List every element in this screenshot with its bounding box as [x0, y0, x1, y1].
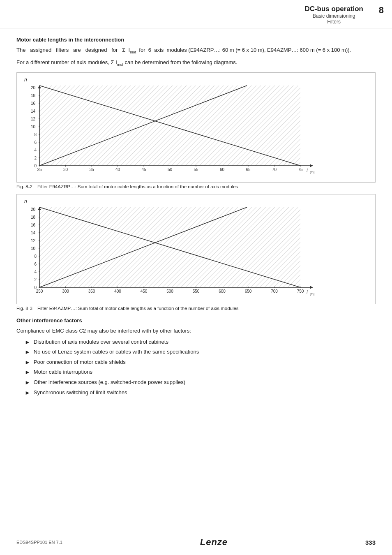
list-item: ► Poor connection of motor cable shields	[25, 358, 376, 367]
svg-text:[m]: [m]	[310, 292, 314, 296]
footer-logo: Lenze	[200, 537, 228, 548]
svg-text:16: 16	[31, 101, 36, 106]
svg-text:35: 35	[89, 167, 94, 172]
chart2-svg: 0 2 4 6 8 10 12 14 16 18 20 250 300	[21, 205, 362, 300]
svg-text:50: 50	[168, 167, 173, 172]
svg-text:18: 18	[31, 93, 36, 98]
svg-text:55: 55	[194, 167, 198, 172]
footer-page-number: 333	[365, 539, 376, 546]
bullet-arrow-icon: ►	[25, 348, 30, 356]
chart1-fig-caption: Filter E94AZRP…: Sum total of motor cabl…	[37, 184, 238, 189]
section2-title: Other interference factors	[16, 317, 376, 324]
svg-text:14: 14	[31, 231, 36, 235]
svg-text:4: 4	[34, 148, 37, 153]
svg-text:40: 40	[115, 167, 120, 172]
bullet-arrow-icon: ►	[25, 338, 30, 347]
header-sub1: Basic dimensioning	[304, 13, 363, 19]
section2-intro: Compliance of EMC class C2 may also be i…	[16, 327, 376, 335]
chart2-caption: Fig. 8-3 Filter E94AZMP…: Sum total of m…	[16, 306, 376, 311]
page-footer: EDS94SPP101 EN 7.1 Lenze 333	[0, 537, 392, 548]
svg-text:500: 500	[166, 289, 173, 294]
chart1-n-label: n	[24, 77, 371, 83]
page-header: DC-bus operation Basic dimensioning Filt…	[0, 0, 392, 28]
bullet-arrow-icon: ►	[25, 389, 30, 397]
header-main-title: DC-bus operation	[304, 5, 363, 13]
svg-text:700: 700	[271, 289, 278, 294]
svg-text:14: 14	[31, 109, 36, 113]
section1-para1: The assigned filters are designed for Σ …	[16, 46, 376, 55]
svg-text:12: 12	[31, 117, 36, 121]
section1-para2: For a different number of axis modules, …	[16, 58, 376, 67]
header-sub2: Filters	[304, 19, 363, 25]
svg-text:I: I	[307, 168, 308, 173]
list-item: ► No use of Lenze system cables or cable…	[25, 348, 376, 356]
header-page-number: 8	[371, 5, 384, 16]
svg-text:25: 25	[37, 167, 42, 172]
svg-text:300: 300	[62, 289, 69, 294]
svg-text:550: 550	[193, 289, 200, 294]
svg-text:75: 75	[298, 167, 303, 172]
list-item-text: Distribution of axis modules over severa…	[34, 338, 168, 346]
svg-text:6: 6	[34, 140, 37, 145]
svg-text:70: 70	[272, 167, 277, 172]
svg-text:20: 20	[31, 207, 36, 212]
svg-text:I: I	[307, 290, 308, 294]
svg-text:18: 18	[31, 215, 36, 220]
chart2-fig-num: Fig. 8-3	[16, 306, 32, 311]
list-item-text: Motor cable interruptions	[34, 368, 92, 376]
svg-text:45: 45	[141, 167, 146, 172]
list-item: ► Distribution of axis modules over seve…	[25, 338, 376, 347]
chart1-caption: Fig. 8-2 Filter E94AZRP…: Sum total of m…	[16, 184, 376, 189]
list-item-text: Other interference sources (e.g. switche…	[34, 379, 185, 386]
svg-text:16: 16	[31, 223, 36, 227]
list-item: ► Other interference sources (e.g. switc…	[25, 379, 376, 387]
header-right-block: DC-bus operation Basic dimensioning Filt…	[304, 5, 384, 25]
bullet-arrow-icon: ►	[25, 358, 30, 367]
svg-text:2: 2	[34, 156, 37, 160]
svg-text:350: 350	[88, 289, 95, 294]
svg-marker-61	[310, 286, 313, 289]
svg-text:450: 450	[141, 289, 148, 294]
main-content: Motor cable lengths in the interconnecti…	[0, 32, 392, 407]
svg-text:400: 400	[114, 289, 121, 294]
list-item-text: No use of Lenze system cables or cables …	[34, 348, 199, 356]
svg-text:10: 10	[31, 246, 36, 251]
svg-text:65: 65	[246, 167, 251, 172]
chart1-fig-num: Fig. 8-2	[16, 184, 32, 189]
list-item: ► Motor cable interruptions	[25, 368, 376, 377]
list-item: ► Synchronous switching of limit switche…	[25, 389, 376, 397]
svg-text:8: 8	[34, 132, 37, 137]
svg-text:600: 600	[219, 289, 226, 294]
svg-text:20: 20	[31, 86, 36, 90]
chart2-n-label: n	[24, 199, 371, 204]
svg-text:[m]: [m]	[310, 170, 314, 174]
svg-text:6: 6	[34, 262, 37, 266]
svg-marker-6	[310, 164, 313, 167]
bullet-list: ► Distribution of axis modules over seve…	[25, 338, 376, 397]
chart2-fig-caption: Filter E94AZMP…: Sum total of motor cabl…	[37, 306, 239, 311]
chart1-box: n	[16, 72, 376, 183]
svg-text:750: 750	[297, 289, 304, 294]
list-item-text: Poor connection of motor cable shields	[34, 358, 126, 366]
svg-text:2: 2	[34, 278, 37, 282]
svg-text:4: 4	[34, 270, 37, 274]
header-title-block: DC-bus operation Basic dimensioning Filt…	[304, 5, 363, 25]
svg-text:650: 650	[245, 289, 252, 294]
svg-text:250: 250	[36, 289, 43, 294]
chart2-box: n 0 2 4 6 8	[16, 194, 376, 304]
bullet-arrow-icon: ►	[25, 379, 30, 387]
chart1-svg: 0 2 4 6 8 10 12 14 16 18 20 25	[21, 83, 362, 178]
svg-text:10: 10	[31, 125, 36, 129]
svg-text:30: 30	[63, 167, 68, 172]
svg-text:8: 8	[34, 254, 37, 259]
list-item-text: Synchronous switching of limit switches	[34, 389, 127, 396]
svg-text:60: 60	[220, 167, 225, 172]
section1-title: Motor cable lengths in the interconnecti…	[16, 37, 376, 43]
bullet-arrow-icon: ►	[25, 368, 30, 377]
footer-doc-id: EDS94SPP101 EN 7.1	[16, 540, 62, 545]
svg-text:12: 12	[31, 238, 36, 243]
svg-text:0: 0	[34, 164, 37, 168]
